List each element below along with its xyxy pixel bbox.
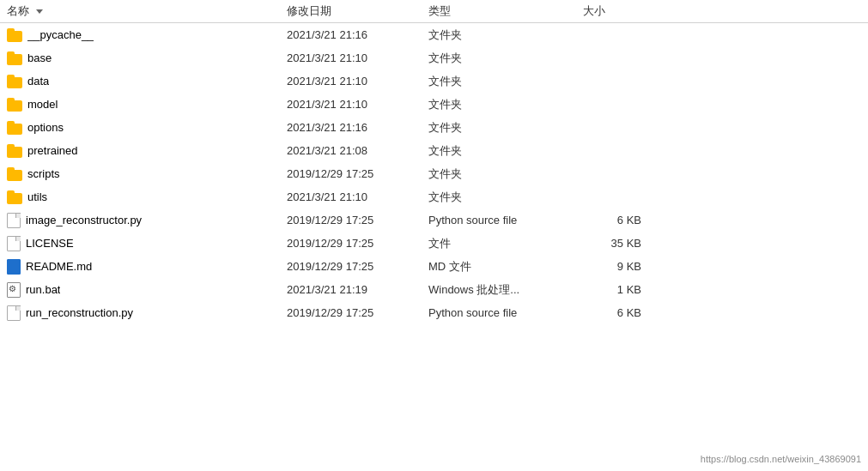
table-header: 名称 修改日期 类型 大小 [0, 0, 868, 23]
file-name: README.md [26, 260, 92, 273]
folder-icon [7, 75, 22, 88]
file-date: 2019/12/29 17:25 [283, 237, 425, 250]
table-row[interactable]: run_reconstruction.py 2019/12/29 17:25 P… [0, 301, 868, 324]
file-date: 2021/3/21 21:19 [283, 283, 425, 296]
file-type: 文件夹 [425, 27, 580, 43]
file-type: 文件夹 [425, 120, 580, 136]
table-row[interactable]: image_reconstructor.py 2019/12/29 17:25 … [0, 208, 868, 232]
file-name: run.bat [26, 283, 60, 296]
folder-icon [7, 190, 22, 204]
file-date: 2019/12/29 17:25 [283, 167, 425, 180]
file-type: MD 文件 [425, 259, 580, 275]
file-name-cell: base [0, 51, 283, 65]
file-name-cell: scripts [0, 167, 283, 181]
file-icon [7, 213, 21, 228]
md-file-icon [7, 259, 21, 275]
file-name-cell: image_reconstructor.py [0, 213, 283, 228]
file-name-cell: run_reconstruction.py [0, 305, 283, 321]
col-type-label: 类型 [428, 4, 451, 17]
file-date: 2019/12/29 17:25 [283, 260, 425, 273]
file-size: 6 KB [580, 306, 648, 319]
file-size: 9 KB [580, 260, 648, 273]
file-explorer: 名称 修改日期 类型 大小 __pycache__ 2021/3/21 21:1… [0, 0, 868, 471]
col-name-header[interactable]: 名称 [0, 3, 283, 19]
file-type: 文件夹 [425, 74, 580, 89]
file-list: __pycache__ 2021/3/21 21:16 文件夹 base 202… [0, 23, 868, 471]
file-name: pretrained [27, 144, 78, 157]
file-date: 2021/3/21 21:08 [283, 144, 425, 157]
folder-icon [7, 167, 22, 181]
file-name-cell: options [0, 121, 283, 135]
table-row[interactable]: utils 2021/3/21 21:10 文件夹 [0, 185, 868, 208]
file-name-cell: README.md [0, 259, 283, 275]
file-name: LICENSE [26, 237, 74, 250]
file-date: 2019/12/29 17:25 [283, 306, 425, 319]
file-date: 2021/3/21 21:10 [283, 75, 425, 88]
table-row[interactable]: README.md 2019/12/29 17:25 MD 文件 9 KB [0, 255, 868, 278]
file-name: data [27, 75, 49, 88]
folder-icon [7, 28, 22, 42]
file-name: image_reconstructor.py [26, 214, 142, 226]
watermark: https://blog.csdn.net/weixin_43869091 [701, 454, 861, 464]
table-row[interactable]: scripts 2019/12/29 17:25 文件夹 [0, 162, 868, 185]
file-name: utils [27, 190, 47, 203]
file-date: 2021/3/21 21:10 [283, 190, 425, 203]
table-row[interactable]: data 2021/3/21 21:10 文件夹 [0, 69, 868, 93]
folder-icon [7, 51, 22, 65]
table-row[interactable]: base 2021/3/21 21:10 文件夹 [0, 46, 868, 69]
folder-icon [7, 121, 22, 135]
col-name-label: 名称 [7, 3, 29, 19]
file-type: Windows 批处理... [425, 282, 580, 298]
file-type: Python source file [425, 306, 580, 319]
file-type: 文件夹 [425, 97, 580, 112]
file-name-cell: __pycache__ [0, 28, 283, 42]
file-type: 文件夹 [425, 190, 580, 205]
file-name: options [27, 121, 64, 134]
file-date: 2021/3/21 21:10 [283, 51, 425, 64]
file-type: 文件夹 [425, 143, 580, 159]
file-date: 2021/3/21 21:16 [283, 28, 425, 41]
folder-icon [7, 144, 22, 158]
file-name-cell: run.bat [0, 282, 283, 298]
table-row[interactable]: LICENSE 2019/12/29 17:25 文件 35 KB [0, 232, 868, 255]
file-name-cell: data [0, 75, 283, 88]
bat-file-icon [7, 282, 21, 298]
file-name: run_reconstruction.py [26, 306, 133, 319]
table-row[interactable]: model 2021/3/21 21:10 文件夹 [0, 93, 868, 116]
file-type: 文件夹 [425, 166, 580, 182]
table-row[interactable]: pretrained 2021/3/21 21:08 文件夹 [0, 139, 868, 162]
file-name: __pycache__ [27, 28, 94, 41]
file-icon [7, 236, 21, 251]
table-row[interactable]: run.bat 2021/3/21 21:19 Windows 批处理... 1… [0, 278, 868, 301]
file-name-cell: model [0, 98, 283, 112]
file-name: scripts [27, 167, 60, 180]
file-type: 文件夹 [425, 51, 580, 66]
file-name: model [27, 98, 58, 111]
table-row[interactable]: __pycache__ 2021/3/21 21:16 文件夹 [0, 23, 868, 46]
folder-icon [7, 98, 22, 112]
col-date-header[interactable]: 修改日期 [283, 3, 425, 19]
file-type: Python source file [425, 214, 580, 226]
file-type: 文件 [425, 236, 580, 251]
file-size: 35 KB [580, 237, 648, 250]
file-name-cell: utils [0, 190, 283, 204]
file-size: 6 KB [580, 214, 648, 226]
col-type-header[interactable]: 类型 [425, 3, 580, 19]
file-date: 2021/3/21 21:10 [283, 98, 425, 111]
file-date: 2021/3/21 21:16 [283, 121, 425, 134]
file-date: 2019/12/29 17:25 [283, 214, 425, 226]
col-size-label: 大小 [583, 4, 605, 17]
sort-arrow-icon [36, 9, 43, 14]
col-size-header[interactable]: 大小 [580, 3, 648, 19]
col-date-label: 修改日期 [287, 4, 331, 17]
file-name-cell: pretrained [0, 144, 283, 158]
table-row[interactable]: options 2021/3/21 21:16 文件夹 [0, 116, 868, 139]
file-name-cell: LICENSE [0, 236, 283, 251]
file-name: base [27, 51, 52, 64]
file-size: 1 KB [580, 283, 648, 296]
file-icon [7, 305, 21, 321]
